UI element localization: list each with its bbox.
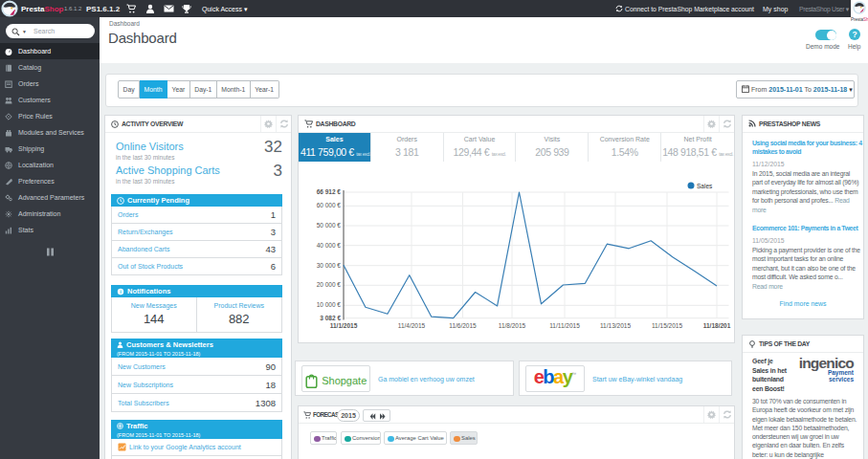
svg-text:11/1/2015: 11/1/2015 — [330, 322, 358, 329]
svg-text:11/8/2015: 11/8/2015 — [499, 322, 526, 329]
svg-text:11/11/2015: 11/11/2015 — [549, 322, 580, 329]
svg-text:3 082 €: 3 082 € — [320, 315, 341, 321]
svg-text:50 000 €: 50 000 € — [317, 222, 342, 229]
svg-text:66 912 €: 66 912 € — [317, 188, 342, 195]
svg-text:20 000 €: 20 000 € — [317, 281, 342, 288]
svg-text:30 000 €: 30 000 € — [317, 262, 342, 269]
svg-text:11/18/201: 11/18/201 — [703, 322, 731, 329]
svg-text:60 000 €: 60 000 € — [317, 202, 342, 208]
svg-text:11/6/2015: 11/6/2015 — [449, 322, 477, 329]
svg-text:11/4/2015: 11/4/2015 — [398, 322, 426, 329]
svg-text:10 000 €: 10 000 € — [317, 301, 342, 308]
svg-text:11/13/2015: 11/13/2015 — [600, 322, 631, 329]
svg-text:Sales: Sales — [697, 183, 713, 189]
svg-text:11/15/2015: 11/15/2015 — [652, 322, 682, 329]
svg-text:40 000 €: 40 000 € — [317, 242, 342, 249]
